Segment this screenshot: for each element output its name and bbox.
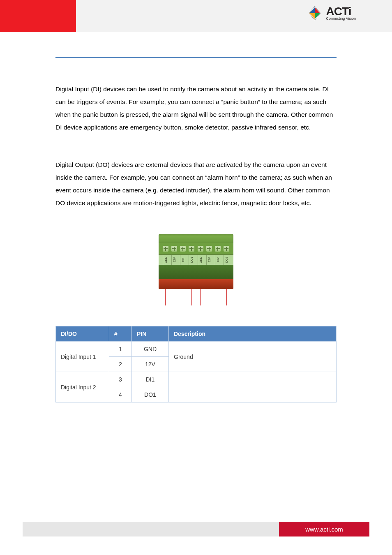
table-cell-pin: 12V <box>132 357 169 372</box>
table-cell-pin: DI1 <box>132 372 169 387</box>
footer-url[interactable]: www.acti.com <box>279 522 369 536</box>
section-divider <box>55 57 337 58</box>
table-cell-num: 1 <box>109 342 132 357</box>
table-cell-num: 2 <box>109 357 132 372</box>
svg-marker-4 <box>309 7 315 13</box>
table-cell-pin: DO1 <box>132 387 169 402</box>
header-bar: ACTi Connecting Vision <box>0 0 392 32</box>
table-cell-num: 3 <box>109 372 132 387</box>
pin-definition-table: DI/DO # PIN Description Digital Input 1 … <box>55 326 337 402</box>
table-cell-pin: GND <box>132 342 169 357</box>
paragraph-do: Digital Output (DO) devices are external… <box>55 158 337 209</box>
table-cell-desc <box>169 372 337 402</box>
acti-logo-icon <box>307 5 323 21</box>
paragraph-intro: Digital Input (DI) devices can be used t… <box>55 83 337 134</box>
table-cell-num: 4 <box>109 387 132 402</box>
svg-marker-3 <box>309 13 315 19</box>
brand-name: ACTi <box>326 6 356 17</box>
pin-label: DO1 <box>189 255 194 265</box>
pin-label: DI1 <box>180 255 186 265</box>
table-row: Digital Input 2 3 DI1 <box>56 372 337 387</box>
pin-label: GND <box>198 255 203 265</box>
svg-marker-1 <box>315 7 320 13</box>
pin-label: GND <box>163 255 168 265</box>
terminal-block-illustration: GND 12V DI1 DO1 GND 12V DI2 DO2 <box>159 234 233 305</box>
page-footer: www.acti.com <box>23 522 369 536</box>
pin-label: DI2 <box>215 255 221 265</box>
connector-label-row: GND 12V DI1 DO1 GND 12V DI2 DO2 <box>159 254 233 265</box>
table-header: Description <box>169 326 337 342</box>
table-row: Digital Input 1 1 GND Ground <box>56 342 337 357</box>
table-cell-group: Digital Input 1 <box>56 342 109 372</box>
brand-red-block <box>0 0 76 32</box>
brand-tagline: Connecting Vision <box>326 16 356 21</box>
pin-label: DO2 <box>224 255 229 265</box>
table-header: # <box>109 326 132 342</box>
table-cell-desc: Ground <box>169 342 337 372</box>
table-header: PIN <box>132 326 169 342</box>
pin-label: 12V <box>171 255 177 265</box>
connector-figure: GND 12V DI1 DO1 GND 12V DI2 DO2 <box>55 234 337 305</box>
brand-logo: ACTi Connecting Vision <box>307 5 356 21</box>
pin-label: 12V <box>206 255 212 265</box>
table-header: DI/DO <box>56 326 109 342</box>
svg-marker-2 <box>315 13 320 19</box>
table-cell-group: Digital Input 2 <box>56 372 109 402</box>
